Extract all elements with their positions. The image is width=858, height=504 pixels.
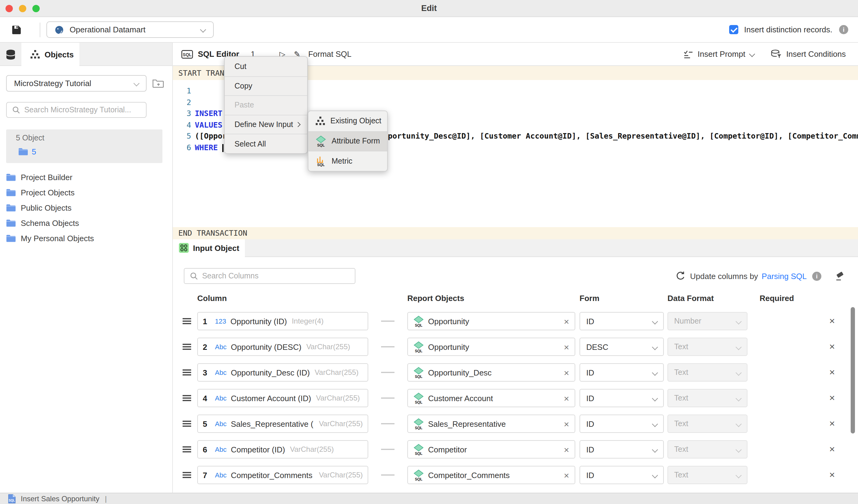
- remove-row-button[interactable]: ×: [829, 419, 835, 428]
- form-value: ID: [586, 419, 594, 428]
- format-sql-button[interactable]: Format SQL: [308, 49, 351, 59]
- remove-report-object-button[interactable]: ×: [563, 342, 569, 351]
- datasource-dropdown[interactable]: Operational Datamart: [46, 21, 214, 38]
- sidebar-item-schema-objects[interactable]: Schema Objects: [0, 215, 172, 231]
- insert-prompt-button[interactable]: [684, 50, 694, 58]
- report-object-cell[interactable]: SQL Customer Account ×: [407, 389, 575, 407]
- folder-up-button[interactable]: [152, 78, 164, 89]
- text-caret: [222, 144, 223, 152]
- menu-item-copy[interactable]: Copy: [225, 76, 307, 95]
- form-select[interactable]: ID: [579, 363, 664, 381]
- menu-item-select-all[interactable]: Select All: [225, 134, 307, 153]
- report-object-cell[interactable]: SQL Competitor ×: [407, 440, 575, 458]
- object-folder-item[interactable]: 5: [16, 147, 162, 156]
- sidebar-search-input[interactable]: [24, 105, 141, 114]
- mapping-connector: [381, 397, 395, 399]
- folder-icon: [6, 204, 16, 212]
- vertical-scrollbar[interactable]: [851, 307, 855, 434]
- sidebar-item-project-builder[interactable]: Project Builder: [0, 170, 172, 185]
- column-cell[interactable]: 2 Abc Opportunity (DESC) VarChar(255): [197, 338, 368, 356]
- remove-report-object-button[interactable]: ×: [563, 316, 569, 326]
- insert-prompt-icon: [684, 50, 694, 58]
- column-cell[interactable]: 4 Abc Customer Account (ID) VarChar(255): [197, 389, 368, 407]
- form-select[interactable]: DESC: [579, 338, 664, 356]
- menu-item-define-new-input[interactable]: Define New Input: [225, 115, 307, 134]
- remove-row-button[interactable]: ×: [829, 444, 835, 454]
- datasource-rail-tab[interactable]: [0, 43, 21, 66]
- remove-row-button[interactable]: ×: [829, 368, 835, 377]
- folder-label: Project Objects: [21, 188, 75, 197]
- remove-report-object-button[interactable]: ×: [563, 445, 569, 454]
- chevron-down-icon: [652, 319, 658, 325]
- menu-item-paste: Paste: [225, 95, 307, 114]
- remove-row-button[interactable]: ×: [829, 342, 835, 352]
- clear-all-button[interactable]: [835, 271, 845, 280]
- form-select[interactable]: ID: [579, 466, 664, 484]
- drag-handle-icon[interactable]: [182, 342, 191, 351]
- drag-handle-icon[interactable]: [182, 445, 191, 454]
- report-object-cell[interactable]: SQL Opportunity ×: [407, 312, 575, 330]
- report-object-cell[interactable]: SQL Opportunity_Desc ×: [407, 363, 575, 381]
- info-icon[interactable]: i: [839, 25, 848, 34]
- save-button[interactable]: [11, 24, 22, 35]
- sidebar-item-project-objects[interactable]: Project Objects: [0, 185, 172, 200]
- remove-report-object-button[interactable]: ×: [563, 419, 569, 428]
- report-object-cell[interactable]: SQL Competitor_Comments ×: [407, 466, 575, 484]
- tab-input-object[interactable]: Input Object: [173, 239, 245, 257]
- remove-row-button[interactable]: ×: [829, 470, 835, 480]
- drag-handle-icon[interactable]: [182, 316, 191, 326]
- columns-search-input[interactable]: [202, 272, 349, 280]
- remove-report-object-button[interactable]: ×: [563, 368, 569, 377]
- data-format-select: Text: [667, 338, 747, 356]
- attribute-icon: SQL: [413, 341, 424, 353]
- sidebar-item-public-objects[interactable]: Public Objects: [0, 200, 172, 215]
- tab-objects[interactable]: Objects: [21, 43, 79, 66]
- form-select[interactable]: ID: [579, 312, 664, 330]
- report-object-cell[interactable]: SQL Sales_Representative ×: [407, 414, 575, 433]
- sidebar-item-my-personal-objects[interactable]: My Personal Objects: [0, 231, 172, 246]
- report-object-cell[interactable]: SQL Opportunity ×: [407, 338, 575, 356]
- table-row: 3 Abc Opportunity_Desc (ID) VarChar(255)…: [173, 360, 858, 385]
- submenu-item-metric[interactable]: SQL Metric: [308, 151, 387, 170]
- remove-report-object-button[interactable]: ×: [563, 393, 569, 403]
- drag-handle-icon[interactable]: [182, 368, 191, 377]
- remove-row-button[interactable]: ×: [829, 316, 835, 326]
- column-cell[interactable]: 1 123 Opportunity (ID) Integer(4): [197, 312, 368, 330]
- document-title[interactable]: Insert Sales Opportunity: [21, 494, 99, 503]
- column-name: Customer Account (ID): [231, 393, 311, 403]
- form-select[interactable]: ID: [579, 414, 664, 433]
- attribute-icon: SQL: [413, 315, 424, 327]
- report-object-name: Customer Account: [428, 393, 563, 403]
- submenu-item-attribute-form[interactable]: SQL Attribute Form: [308, 131, 387, 151]
- mapping-connector: [381, 474, 395, 476]
- column-cell[interactable]: 6 Abc Competitor (ID) VarChar(255): [197, 440, 368, 458]
- form-select[interactable]: ID: [579, 389, 664, 407]
- column-cell[interactable]: 3 Abc Opportunity_Desc (ID) VarChar(255): [197, 363, 368, 381]
- report-object-name: Opportunity_Desc: [428, 368, 563, 377]
- submenu-item-existing-object[interactable]: Existing Object: [308, 111, 387, 131]
- chevron-down-icon: [652, 421, 658, 427]
- info-icon[interactable]: i: [812, 271, 821, 280]
- remove-row-button[interactable]: ×: [829, 393, 835, 403]
- chevron-down-icon[interactable]: [749, 51, 756, 57]
- drag-handle-icon[interactable]: [182, 470, 191, 479]
- report-object-name: Opportunity: [428, 316, 563, 326]
- column-cell[interactable]: 7 Abc Competitor_Comments ( VarChar(255): [197, 466, 368, 484]
- row-number: 6: [203, 445, 212, 454]
- attribute-icon: SQL: [413, 469, 424, 481]
- parsing-sql-link[interactable]: Parsing SQL: [762, 271, 807, 280]
- column-cell[interactable]: 5 Abc Sales_Representative (II VarChar(2…: [197, 414, 368, 433]
- refresh-button[interactable]: [676, 271, 686, 281]
- menu-item-cut[interactable]: Cut: [225, 57, 307, 76]
- insert-conditions-button[interactable]: Insert Conditions: [771, 49, 846, 59]
- insert-distinction-checkbox[interactable]: [729, 25, 738, 34]
- column-datatype: VarChar(255): [306, 342, 350, 351]
- project-dropdown[interactable]: MicroStrategy Tutorial: [6, 75, 146, 92]
- form-select[interactable]: ID: [579, 440, 664, 458]
- mapping-connector: [381, 372, 395, 373]
- drag-handle-icon[interactable]: [182, 393, 191, 403]
- data-format-select: Text: [667, 440, 747, 458]
- drag-handle-icon[interactable]: [182, 419, 191, 428]
- remove-report-object-button[interactable]: ×: [563, 470, 569, 479]
- update-columns-group: Update columns by Parsing SQL i: [676, 268, 845, 284]
